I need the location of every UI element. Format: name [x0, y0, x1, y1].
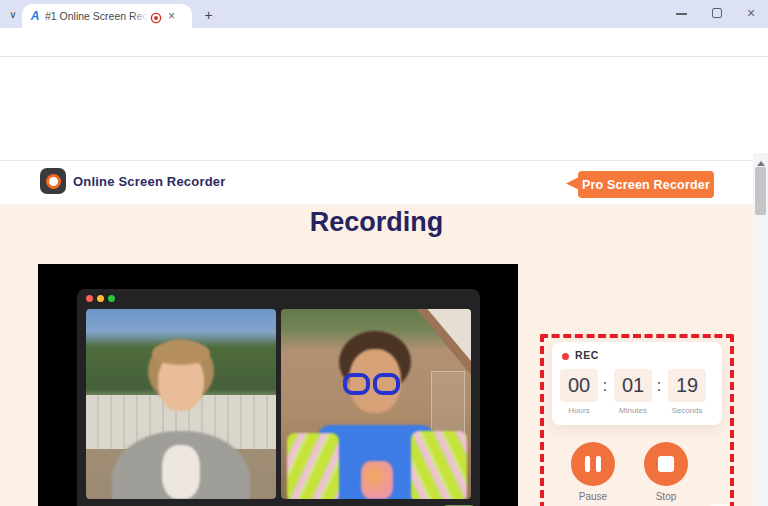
window-close-button[interactable]: ×: [743, 4, 759, 22]
hero-section: Recording: [0, 204, 753, 506]
traffic-light-zoom-icon: [108, 295, 115, 302]
tab-title: #1 Online Screen Recorde: [45, 10, 148, 22]
window-minimize-button[interactable]: [676, 13, 687, 15]
tab-recording-indicator-icon: [150, 10, 162, 22]
tab-strip: ∨ A #1 Online Screen Recorde × + ×: [0, 0, 768, 28]
brand-logo-icon[interactable]: [40, 168, 66, 194]
brand-name: Online Screen Recorder: [73, 174, 226, 189]
scrollbar-up-icon[interactable]: [757, 157, 765, 166]
browser-window: ∨ A #1 Online Screen Recorde × + × ← → ↻…: [0, 0, 768, 506]
participant2-glasses: [343, 373, 400, 395]
browser-tab[interactable]: A #1 Online Screen Recorde ×: [22, 4, 192, 28]
web-page: Online Screen Recorder Pro Screen Record…: [0, 57, 768, 506]
amoyshare-favicon-icon: A: [28, 9, 42, 23]
window-maximize-button[interactable]: [712, 8, 722, 18]
video-preview: ×: [38, 264, 518, 506]
pro-screen-recorder-button[interactable]: Pro Screen Recorder: [578, 171, 714, 198]
scrollbar-thumb[interactable]: [755, 167, 766, 215]
traffic-light-minimize-icon: [97, 295, 104, 302]
participant2-tshirt: [361, 461, 393, 499]
participant-video-right: [281, 309, 471, 499]
participant2-cardigan-right: [411, 431, 467, 499]
traffic-light-close-icon: [86, 295, 93, 302]
tab-search-chevron-icon[interactable]: ∨: [5, 5, 21, 23]
participant2-cardigan-left: [287, 433, 339, 499]
participant1-shirt: [162, 445, 200, 499]
browser-toolbar: ← → ↻ amoyshare.com/screen-recorder-free…: [0, 28, 768, 57]
participant-video-left: [86, 309, 276, 499]
header-divider: [0, 160, 753, 161]
page-title: Recording: [0, 207, 753, 238]
video-call-window: ×: [77, 289, 480, 506]
participant1-bangs: [152, 341, 210, 365]
annotation-highlight-box: [540, 334, 734, 506]
new-tab-button[interactable]: +: [200, 6, 217, 23]
tab-close-icon[interactable]: ×: [168, 10, 175, 22]
